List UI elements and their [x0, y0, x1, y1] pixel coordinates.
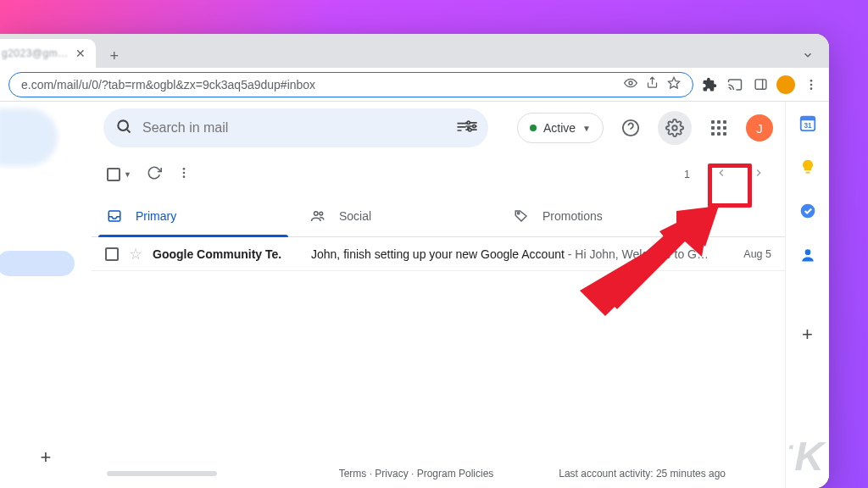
addr-icons — [624, 76, 681, 92]
svg-point-19 — [672, 125, 677, 130]
close-tab-icon[interactable]: ✕ — [75, 47, 86, 60]
prev-page-button[interactable] — [710, 162, 732, 187]
policies-link[interactable]: Program Policies — [417, 468, 494, 480]
gmail-app: + Active — [0, 102, 829, 488]
chevron-down-icon: ▼ — [582, 124, 591, 133]
row-date: Aug 5 — [724, 248, 771, 260]
tab-primary[interactable]: Primary — [92, 195, 295, 236]
terms-link[interactable]: Terms — [339, 468, 367, 480]
sidebar-selected-item[interactable] — [5, 251, 86, 276]
svg-point-20 — [183, 168, 186, 170]
row-checkbox[interactable] — [105, 247, 119, 261]
search-options-icon[interactable] — [455, 118, 480, 138]
select-all-checkbox[interactable]: ▼ — [107, 168, 131, 181]
new-label-button[interactable]: + — [32, 444, 59, 471]
svg-text:31: 31 — [804, 122, 812, 130]
storage-bar — [107, 471, 217, 476]
apps-button[interactable] — [702, 111, 736, 145]
svg-point-6 — [810, 80, 813, 82]
compose-button[interactable] — [0, 108, 58, 166]
url-text: e.com/mail/u/0/?tab=rm&ogbl&zx=9ck3aq5a9… — [21, 78, 315, 92]
star-icon[interactable] — [667, 76, 681, 92]
footer: Terms · Privacy · Program Policies Last … — [92, 464, 741, 483]
svg-marker-2 — [668, 77, 679, 88]
main-pane: Active ▼ J ▼ — [92, 102, 785, 488]
svg-point-26 — [518, 212, 520, 214]
category-tabs: Primary Social Promotions — [92, 195, 785, 237]
browser-tab[interactable]: g2023@gm… ✕ — [0, 39, 96, 68]
contacts-icon[interactable] — [798, 246, 817, 264]
status-chip[interactable]: Active ▼ — [517, 113, 604, 143]
page-info: 1 — [684, 169, 690, 180]
apps-grid-icon — [711, 120, 726, 136]
tab-strip: g2023@gm… ✕ + — [0, 34, 829, 68]
svg-point-31 — [800, 204, 815, 219]
people-icon — [310, 208, 326, 224]
avatar-initial: J — [756, 121, 763, 136]
mail-list: ☆ Google Community Te. John, finish sett… — [92, 237, 785, 271]
url-bar: e.com/mail/u/0/?tab=rm&ogbl&zx=9ck3aq5a9… — [0, 68, 829, 102]
cast-icon[interactable] — [726, 75, 744, 94]
svg-point-32 — [804, 249, 810, 255]
tasks-icon[interactable] — [798, 202, 817, 220]
mail-row[interactable]: ☆ Google Community Te. John, finish sett… — [92, 237, 785, 271]
search-input[interactable] — [142, 120, 445, 136]
svg-point-24 — [314, 211, 319, 215]
address-field[interactable]: e.com/mail/u/0/?tab=rm&ogbl&zx=9ck3aq5a9… — [8, 72, 693, 97]
svg-rect-28 — [800, 117, 815, 121]
extensions-icon[interactable] — [700, 75, 719, 94]
help-button[interactable] — [614, 111, 648, 145]
svg-point-9 — [118, 120, 128, 130]
browser-window: g2023@gm… ✕ + e.com/mail/u/0/?tab=rm&ogb… — [0, 34, 829, 488]
status-label: Active — [543, 121, 576, 135]
tab-promotions[interactable]: Promotions — [498, 195, 702, 236]
svg-point-16 — [469, 129, 471, 131]
keep-icon[interactable] — [798, 158, 817, 176]
svg-rect-30 — [805, 172, 810, 174]
right-rail: 31 + — [785, 102, 829, 488]
more-menu-button[interactable] — [177, 166, 191, 183]
row-subject: John, finish setting up your new Google … — [311, 247, 714, 261]
gear-icon — [665, 119, 684, 137]
svg-point-21 — [183, 172, 186, 175]
account-avatar[interactable]: J — [746, 114, 773, 141]
addons-button[interactable]: + — [802, 324, 813, 346]
svg-line-10 — [127, 129, 131, 132]
tab-social[interactable]: Social — [295, 195, 498, 236]
activity-text[interactable]: Last account activity: 25 minutes ago — [559, 468, 726, 480]
settings-button[interactable] — [658, 111, 692, 145]
next-page-button[interactable] — [748, 162, 770, 187]
new-tab-button[interactable]: + — [103, 44, 126, 68]
star-toggle[interactable]: ☆ — [129, 245, 142, 263]
tab-primary-label: Primary — [136, 209, 176, 223]
tab-promotions-label: Promotions — [542, 209, 603, 223]
tab-title: g2023@gm… — [2, 47, 69, 59]
row-sender: Google Community Te. — [153, 247, 301, 261]
svg-point-0 — [629, 81, 632, 85]
svg-point-15 — [473, 125, 476, 127]
browser-profile-avatar[interactable] — [776, 75, 795, 94]
tab-social-label: Social — [339, 209, 371, 223]
gmail-header: Active ▼ J — [92, 102, 785, 154]
refresh-button[interactable] — [147, 165, 162, 184]
left-rail: + — [0, 102, 92, 488]
mail-toolbar: ▼ 1 — [92, 154, 785, 195]
svg-point-25 — [320, 212, 323, 215]
footer-links: Terms · Privacy · Program Policies — [339, 468, 494, 480]
svg-point-8 — [810, 87, 813, 90]
svg-point-7 — [810, 83, 813, 86]
calendar-icon[interactable]: 31 — [798, 114, 817, 132]
tabs-chevron-down-icon[interactable] — [795, 42, 821, 68]
inbox-icon — [107, 208, 122, 224]
search-icon — [115, 118, 132, 139]
share-icon[interactable] — [646, 76, 659, 92]
browser-menu-icon[interactable] — [802, 75, 821, 94]
search-box[interactable] — [103, 108, 488, 147]
svg-rect-4 — [755, 80, 766, 89]
sidepanel-icon[interactable] — [751, 75, 770, 94]
svg-point-22 — [183, 175, 186, 178]
status-dot-icon — [530, 125, 537, 131]
tag-icon — [514, 208, 529, 224]
eye-icon[interactable] — [624, 76, 637, 92]
privacy-link[interactable]: Privacy — [375, 468, 408, 480]
